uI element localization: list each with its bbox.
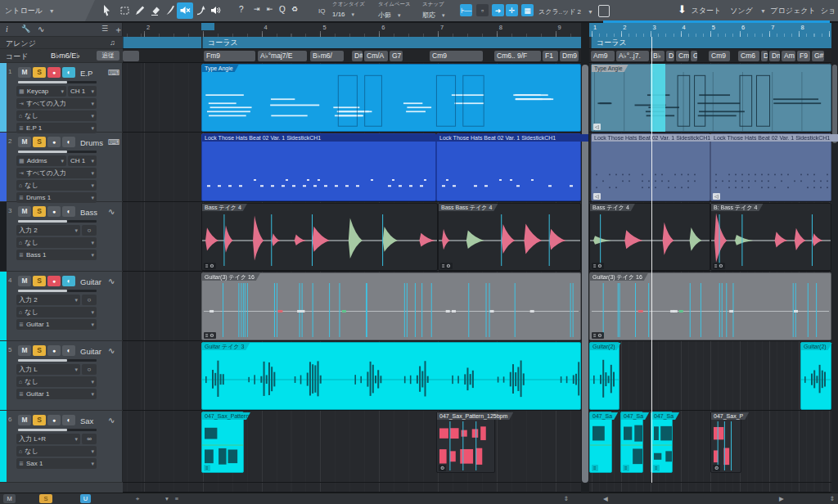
clip-bass-12[interactable]: Bass テイク 4≡ ⚙ [589,203,710,271]
chord-box[interactable]: A♭°..j7. [616,51,649,61]
volume-fader[interactable] [18,220,97,223]
clip-saxc-7[interactable]: 047_Sax_Pattern≡ [201,412,244,473]
audio-input-select[interactable]: 入力 2▾ [16,225,80,236]
record-arm-button[interactable]: ● [47,276,61,286]
scratchpad-select[interactable]: スクラ..ッド 2▼ [538,7,593,16]
clip-tool-icons[interactable]: ≡ [592,465,598,471]
arrange-section[interactable] [123,37,201,48]
control-panel-tab[interactable]: ントロール▼ [0,0,95,21]
record-arm-button[interactable]: ● [47,345,61,356]
clip-tool-icons[interactable]: ≡ ⚙ [592,332,604,339]
list-icon[interactable]: ☰ [101,25,108,33]
clip-gwave-15[interactable]: Guitar(2) [589,342,619,410]
clip-drum-1[interactable]: Lock Those Hats Beat 02 Var. 1 Sidestick… [201,133,436,201]
midi-input-select[interactable]: ⇥すべての入力▾ [16,98,97,109]
volume-fader[interactable] [18,290,97,292]
audio-input-select[interactable]: 入力 L▾ [16,364,80,375]
iq-toggle[interactable]: IQ [318,7,325,15]
record-arm-button[interactable]: ● [47,67,61,78]
chord-box[interactable]: Dm [769,51,780,61]
scroll-left-icon[interactable]: ◀ [601,494,610,503]
track-header-guitar-5[interactable]: 5MS●◐Guitar∿入力 L▾○⌂なし▾≣Guitar 1▾ [0,341,123,411]
no-effect-select[interactable]: ⌂なし▾ [16,307,97,317]
chord-box[interactable]: G [691,51,697,61]
monitor-button[interactable]: ◐ [62,345,75,356]
pencil-tool-button[interactable] [132,2,148,19]
clip-tool-icons[interactable]: ◁ [593,124,601,130]
page-tab-4[interactable]: ショー [818,0,838,21]
clip-drum-2[interactable]: Lock Those Hats Beat 02 Var. 1 Sidestick… [436,133,581,201]
list-icon[interactable]: ≡ [173,494,181,503]
clip-tool-icons[interactable]: ≡ [653,465,660,471]
clip-bass-3[interactable]: Bass テイク 4≡ ⚙ [201,203,438,271]
midi-channel-select[interactable]: CH 1▾ [68,86,97,97]
track-lane-pad-5[interactable] [589,341,831,411]
film-icon[interactable] [598,5,610,17]
clip-flat-14[interactable]: Guitar(3) テイク 16≡ ⚙ [589,272,831,340]
pin-icon[interactable]: ⌖ [133,494,142,503]
track-header-e.p-1[interactable]: 1MS●◐E.P⌨▦Keycap▾CH 1▾⇥すべての入力▾⌂なし▾≣E.P 1… [0,63,123,133]
mute-button[interactable]: M [18,276,31,286]
automation-icon[interactable]: ∿ [38,25,44,34]
instrument-select[interactable]: ▦Keycap▾ [16,86,66,97]
monitor-button[interactable]: ◐ [62,67,75,78]
chord-follow-button[interactable]: 追従 [97,51,119,61]
clip-saxc-17[interactable]: 047_Sa≡ [589,412,612,473]
solo-button[interactable]: S [33,415,46,425]
audio-input-select[interactable]: 入力 2▾ [16,295,80,305]
no-effect-select[interactable]: ⌂なし▾ [16,110,97,121]
quantize-q-button[interactable]: Q [279,6,286,14]
chord-box[interactable]: Cm6.. 9/F [494,51,541,61]
snap-select[interactable]: 順応▾ [422,11,445,20]
wrench-icon[interactable]: 🔧 [21,25,30,33]
select-tool-button[interactable] [98,2,115,19]
quantize-start-button[interactable]: ⇥ [254,6,260,13]
arrange-section-chorus-pad[interactable]: コーラス [591,37,831,48]
channel-select[interactable]: ≣Guitar 1▾ [16,319,97,330]
chord-box[interactable]: Cm6 [738,51,759,61]
chord-box[interactable]: Am9 [591,51,615,61]
chevron-down-icon[interactable]: ▾ [163,494,171,503]
midi-input-select[interactable]: ⇥すべての入力▾ [16,168,97,178]
clip-flat-5[interactable]: Guitar(3) テイク 16≡ ⚙ [201,272,581,340]
chord-box[interactable]: Cm9 [430,51,483,61]
clip-tool-icons[interactable]: ◁ [593,193,601,200]
timeline-ruler-pad[interactable]: 12345678 [589,23,831,37]
channel-select[interactable]: ≣Guitar 1▾ [16,389,97,399]
clip-tool-icons[interactable]: ≡ [623,465,629,471]
quantize-select[interactable]: 1/16▾ [332,11,365,18]
clip-gwave-6[interactable]: Guitar テイク 3 [201,342,581,410]
clip-tool-icons[interactable]: ⚙ [439,465,446,471]
chord-box[interactable]: A♭°maj7/E [258,51,307,61]
timebase-select[interactable]: 小節▾ [378,11,411,20]
chord-box[interactable]: Cm9 [709,51,730,61]
chord-box[interactable]: F9 [797,51,810,61]
mono-toggle[interactable]: ○ [82,364,97,375]
range-tool-button[interactable] [117,2,133,19]
zoom-vertical-icon[interactable]: ⇕ [561,494,571,503]
chord-box[interactable]: G7 [390,51,403,61]
mute-tool-button[interactable] [177,2,193,19]
arrange-section-chorus[interactable]: コーラス [202,37,581,48]
clip-tool-icons[interactable]: ≡ ⚙ [204,263,216,269]
channel-select[interactable]: ≣Bass 1▾ [16,250,97,260]
page-tab-1[interactable]: スタート [689,0,723,21]
track-lane-main-6[interactable] [123,411,581,483]
no-effect-select[interactable]: ⌂なし▾ [16,180,97,191]
split-tool-button[interactable] [162,2,178,19]
chord-box[interactable] [123,51,139,61]
macro-button[interactable]: ♻ [291,6,298,13]
vertical-scrollbar-pad-thumb[interactable] [832,65,837,143]
global-solo-button[interactable]: S [39,494,52,503]
quantize-end-button[interactable]: ⇤ [267,6,273,13]
page-tab-2[interactable]: ソング [725,0,758,21]
clip-midiM-9[interactable]: Type Angie◁ [591,64,831,132]
chord-box[interactable]: Am [782,51,795,61]
monitor-button[interactable]: ◐ [62,415,75,425]
chord-box[interactable]: B♭m6/ [310,51,344,61]
monitor-button[interactable]: ◐ [62,206,75,217]
solo-button[interactable]: S [33,345,46,356]
mute-button[interactable]: M [18,137,31,147]
loop-selection-band[interactable] [651,64,665,132]
chord-box[interactable]: F1 [543,51,558,61]
